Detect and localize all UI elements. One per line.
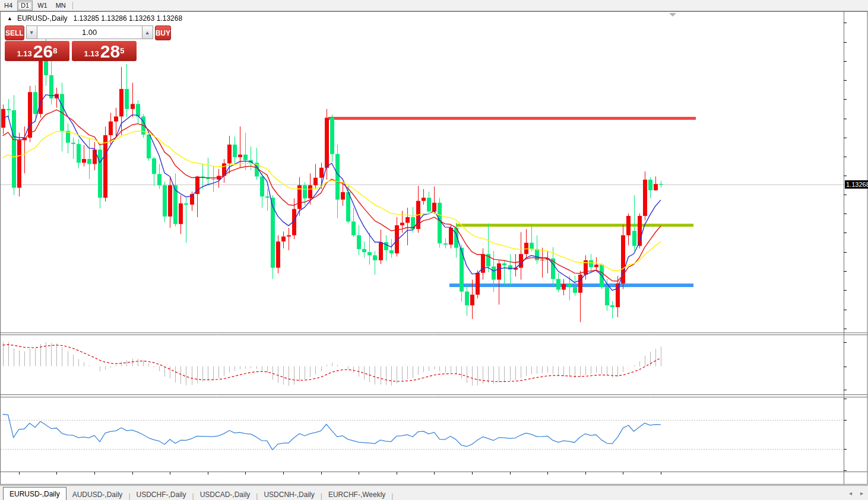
volume-increase-icon[interactable]: ▲ (142, 26, 153, 39)
sell-button[interactable]: SELL (5, 26, 24, 40)
buy-price-sup: 5 (120, 41, 124, 61)
timeframe-button-d1[interactable]: D1 (17, 1, 33, 11)
buy-button[interactable]: BUY (155, 26, 171, 40)
tab-separator: | (391, 492, 393, 500)
buy-price-panel[interactable]: 1.13 28 5 (72, 41, 137, 61)
tab-audusd-daily[interactable]: AUDUSD-,Daily (66, 488, 129, 500)
sell-price-sup: 8 (53, 41, 57, 61)
chart-canvas[interactable] (0, 0, 868, 500)
timeframe-button-h4[interactable]: H4 (1, 1, 16, 11)
tab-scroll-controls: ◂ ▸ (849, 490, 863, 496)
current-price-tag: 1.13268 (845, 180, 868, 189)
tab-eurchf-weekly[interactable]: EURCHF-,Weekly (322, 488, 391, 500)
collapse-trade-panel-icon[interactable]: ▲ (7, 15, 12, 21)
buy-price-prefix: 1.13 (84, 48, 99, 60)
volume-decrease-icon[interactable]: ▼ (26, 26, 37, 39)
volume-stepper: ▼ ▲ (26, 26, 153, 39)
volume-input[interactable] (37, 26, 142, 39)
tab-usdchf-daily[interactable]: USDCHF-,Daily (131, 488, 192, 500)
tab-scroll-left-icon[interactable]: ◂ (849, 490, 852, 496)
sell-price-prefix: 1.13 (17, 48, 32, 60)
mt4-window: H4D1W1MN ▲ EURUSD-,Daily 1.13285 1.13286… (0, 0, 868, 500)
tab-eurusd-daily[interactable]: EURUSD-,Daily (3, 487, 66, 500)
sell-price-big: 26 (33, 43, 53, 60)
timeframe-toolbar: H4D1W1MN (0, 0, 868, 11)
buy-price-big: 28 (100, 43, 120, 60)
tab-usdcnh-daily[interactable]: USDCNH-,Daily (258, 488, 320, 500)
timeframe-button-w1[interactable]: W1 (34, 1, 51, 11)
chart-ohlc-values: 1.13285 1.13286 1.13263 1.13268 (74, 14, 183, 23)
tab-scroll-right-icon[interactable]: ▸ (860, 490, 863, 496)
sell-price-panel[interactable]: 1.13 26 8 (5, 41, 69, 61)
toolbar-separator (72, 2, 73, 9)
chart-title-row: ▲ EURUSD-,Daily 1.13285 1.13286 1.13263 … (7, 14, 182, 23)
one-click-trade-widget: SELL ▼ ▲ BUY 1.13 26 8 1.13 28 5 (5, 26, 139, 61)
chart-symbol-title: EURUSD-,Daily (17, 14, 68, 23)
symbol-tab-bar: EURUSD-,DailyAUDUSD-,Daily|USDCHF-,Daily… (0, 485, 868, 500)
timeframe-button-mn[interactable]: MN (52, 1, 69, 11)
tab-usdcad-daily[interactable]: USDCAD-,Daily (194, 488, 256, 500)
